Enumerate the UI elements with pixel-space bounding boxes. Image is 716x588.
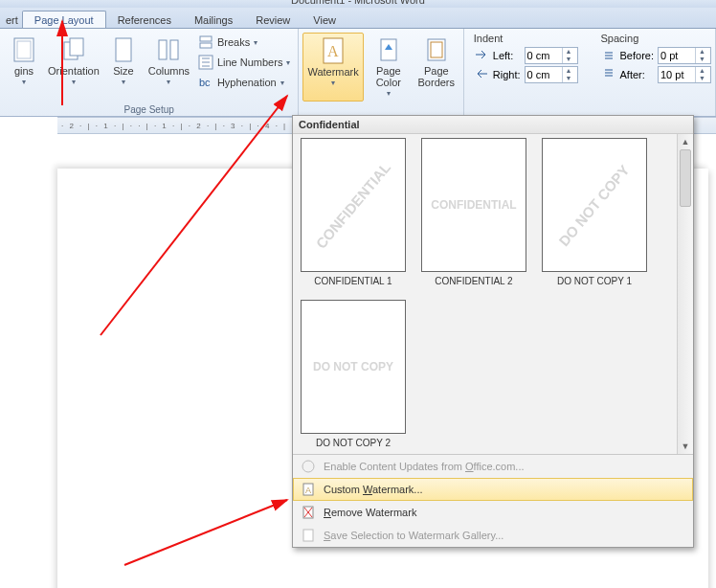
tab-review[interactable]: Review [244,11,302,28]
watermark-icon: A [318,35,348,66]
watermark-caption: DO NOT COPY 2 [316,434,391,454]
svg-text:bc: bc [199,77,211,88]
scroll-up-icon[interactable]: ▲ [678,134,693,149]
watermark-menu-save-label: Save Selection to Watermark Gallery... [324,530,503,541]
globe-icon [301,459,316,474]
gallery-scrollbar[interactable]: ▲ ▼ [677,134,693,454]
spin-down-icon[interactable]: ▼ [563,56,575,63]
page-color-button[interactable]: Page Color ▾ [368,33,410,102]
svg-rect-25 [303,530,313,541]
page-color-label: Page Color [371,65,406,88]
hyphenation-label: Hyphenation [217,77,277,88]
spin-up-icon[interactable]: ▲ [563,67,575,75]
line-numbers-label: Line Numbers [217,57,282,68]
spacing-before-field[interactable]: ▲▼ [658,47,711,64]
spin-down-icon[interactable]: ▼ [563,75,575,82]
chevron-down-icon: ▾ [122,77,125,88]
hyphenation-icon: bc [198,75,213,90]
indent-right-icon [474,66,489,83]
svg-point-19 [302,461,314,472]
watermark-caption: CONFIDENTIAL 1 [314,272,392,292]
save-selection-icon [301,528,316,543]
svg-rect-6 [170,40,178,59]
watermark-item-confidential2[interactable]: CONFIDENTIAL CONFIDENTIAL 2 [417,138,530,292]
spin-up-icon[interactable]: ▲ [696,48,708,56]
watermark-button[interactable]: A Watermark ▾ [302,33,363,102]
spacing-block: Spacing Before: ▲▼ After: ▲▼ [601,33,711,83]
chevron-down-icon: ▾ [254,38,257,47]
indent-block: Indent Left: ▲▼ Right: ▲▼ [474,33,578,83]
indent-left-field[interactable]: ▲▼ [525,47,578,64]
tab-references[interactable]: References [106,11,183,28]
spacing-before-input[interactable] [659,50,695,61]
ribbon-tabs: ert Page Layout References Mailings Revi… [0,8,716,29]
page-color-icon [373,34,404,65]
page-borders-button[interactable]: Page Borders [414,33,459,102]
tab-view[interactable]: View [302,11,347,28]
watermark-gallery-header: Confidential [293,116,693,134]
group-page-setup: gins ▾ Orientation ▾ Size ▾ Columns ▾ [0,29,299,116]
breaks-label: Breaks [217,36,250,48]
line-numbers-button[interactable]: Line Numbers ▾ [194,53,294,72]
indent-left-label: Left: [493,50,521,61]
chevron-down-icon: ▾ [331,78,335,89]
group-label-page-setup: Page Setup [4,104,294,116]
watermark-thumb: CONFIDENTIAL [421,138,526,272]
group-paragraph: Indent Left: ▲▼ Right: ▲▼ Spacing Before… [464,29,716,116]
svg-rect-8 [200,43,212,48]
spin-up-icon[interactable]: ▲ [696,67,708,75]
orientation-icon [58,34,89,65]
size-button[interactable]: Size ▾ [103,33,144,92]
watermark-menu-custom[interactable]: A Custom Watermark... [293,478,693,501]
indent-right-label: Right: [493,69,521,80]
indent-right-field[interactable]: ▲▼ [525,66,578,83]
line-numbers-icon [198,55,213,70]
tab-page-layout[interactable]: Page Layout [22,11,106,28]
spacing-after-field[interactable]: ▲▼ [658,66,711,83]
margins-label: gins [14,65,34,77]
chevron-down-icon: ▾ [280,79,284,87]
hyphenation-button[interactable]: bc Hyphenation ▾ [194,73,294,92]
columns-label: Columns [148,65,190,77]
watermark-label: Watermark [307,66,358,78]
margins-icon [9,34,39,65]
watermark-preview-text: DO NOT COPY [313,360,393,373]
watermark-item-donotcopy2[interactable]: DO NOT COPY DO NOT COPY 2 [297,300,410,454]
chevron-down-icon: ▾ [22,77,26,88]
tab-mailings[interactable]: Mailings [183,11,244,28]
page-borders-label: Page Borders [417,65,456,88]
margins-button[interactable]: gins ▾ [4,33,44,92]
chevron-down-icon: ▾ [387,88,391,100]
spacing-before-icon [601,47,616,64]
watermark-preview-text: CONFIDENTIAL [313,159,394,251]
scroll-down-icon[interactable]: ▼ [678,439,693,454]
spacing-after-input[interactable] [659,69,695,80]
title-bar: Document1 - Microsoft Word [0,0,716,8]
watermark-item-confidential1[interactable]: CONFIDENTIAL CONFIDENTIAL 1 [297,138,410,292]
columns-icon [153,34,184,65]
size-icon [108,34,139,65]
watermark-gallery: CONFIDENTIAL CONFIDENTIAL 1 CONFIDENTIAL… [293,134,693,454]
page-icon: A [301,482,316,497]
watermark-menu: Enable Content Updates from Office.com..… [293,454,693,547]
indent-left-input[interactable] [526,50,562,61]
orientation-button[interactable]: Orientation ▾ [48,33,100,92]
columns-button[interactable]: Columns ▾ [147,33,190,92]
scroll-thumb[interactable] [680,149,691,207]
breaks-button[interactable]: Breaks ▾ [194,33,294,52]
indent-left-icon [474,47,489,64]
watermark-menu-remove[interactable]: Remove Watermark [293,501,693,524]
watermark-menu-updates-label: Enable Content Updates from Office.com..… [324,461,525,472]
tab-insert-cut[interactable]: ert [2,11,22,28]
watermark-item-donotcopy1[interactable]: DO NOT COPY DO NOT COPY 1 [538,138,651,292]
watermark-preview-text: DO NOT COPY [556,161,634,248]
spin-down-icon[interactable]: ▼ [696,56,708,63]
spin-up-icon[interactable]: ▲ [563,48,575,56]
watermark-menu-updates: Enable Content Updates from Office.com..… [293,455,693,478]
indent-right-input[interactable] [526,69,562,80]
watermark-caption: CONFIDENTIAL 2 [435,272,512,292]
ribbon: gins ▾ Orientation ▾ Size ▾ Columns ▾ [0,29,716,117]
watermark-preview-text: CONFIDENTIAL [431,198,516,212]
spin-down-icon[interactable]: ▼ [696,75,708,82]
svg-rect-3 [70,38,83,56]
